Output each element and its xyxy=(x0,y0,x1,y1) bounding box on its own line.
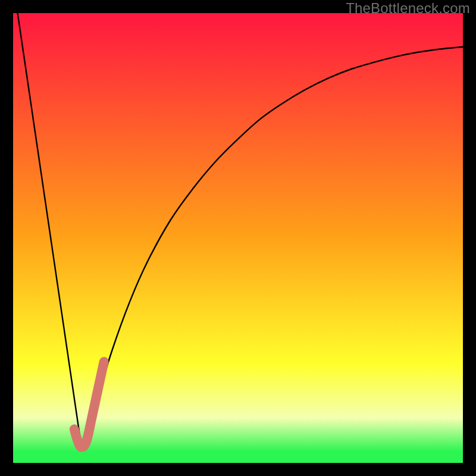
watermark-text: TheBottleneck.com xyxy=(346,0,470,17)
chart-svg xyxy=(13,13,463,463)
gradient-background xyxy=(13,13,463,463)
plot-area xyxy=(13,13,463,463)
chart-frame: TheBottleneck.com xyxy=(0,0,476,476)
